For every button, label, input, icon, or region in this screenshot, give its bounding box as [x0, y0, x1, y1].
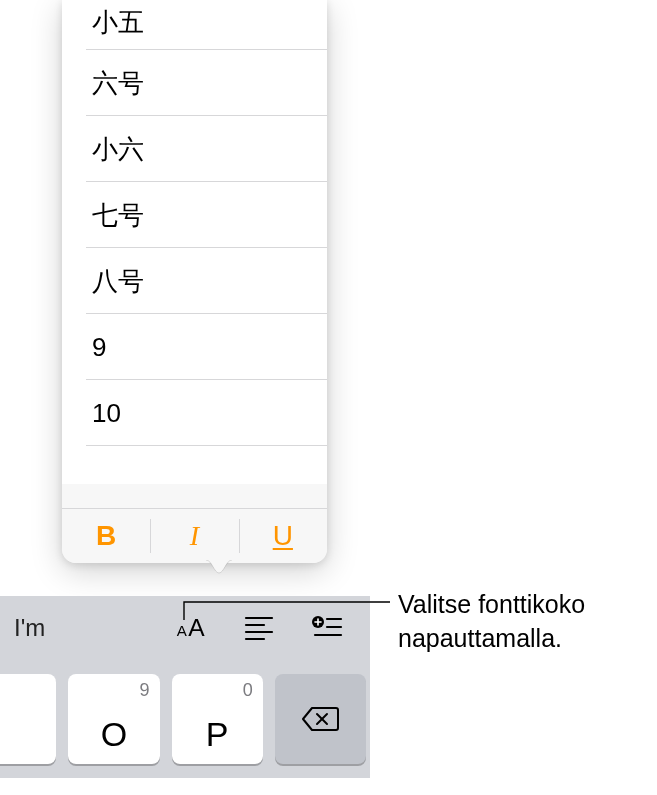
- font-size-label: 9: [92, 332, 106, 363]
- keyboard-toolbar: I'm A A: [0, 596, 370, 660]
- font-size-list[interactable]: 小五 六号 小六 七号 八号 9 10: [62, 0, 327, 508]
- popover-tail: [206, 560, 232, 574]
- delete-icon: [300, 704, 340, 734]
- underline-button[interactable]: U: [239, 509, 327, 563]
- keyboard-key-delete[interactable]: [275, 674, 366, 764]
- font-size-option[interactable]: [62, 446, 327, 484]
- callout-line1: Valitse fonttikoko: [398, 588, 585, 622]
- font-size-label: 六号: [92, 66, 144, 101]
- keyboard-keys-row: 9 O 0 P: [0, 660, 370, 778]
- font-size-label: 小六: [92, 132, 144, 167]
- font-size-option[interactable]: 小六: [62, 116, 327, 182]
- key-alt-label: 9: [140, 680, 150, 701]
- key-alt-label: 0: [243, 680, 253, 701]
- list-plus-icon: [311, 615, 343, 641]
- svg-text:A: A: [177, 623, 188, 640]
- font-size-popover: 小五 六号 小六 七号 八号 9 10 B I U: [62, 0, 327, 563]
- keyboard-key[interactable]: [0, 674, 56, 764]
- font-size-option[interactable]: 小五: [62, 0, 327, 50]
- text-style-bar: B I U: [62, 508, 327, 563]
- font-size-label: 八号: [92, 264, 144, 299]
- keyboard-key-o[interactable]: 9 O: [68, 674, 159, 764]
- bold-icon: B: [96, 520, 116, 552]
- font-size-option[interactable]: 八号: [62, 248, 327, 314]
- font-size-button[interactable]: A A: [174, 611, 208, 645]
- font-size-label: 小五: [92, 5, 144, 40]
- key-main-label: O: [101, 715, 127, 754]
- callout-line2: napauttamalla.: [398, 622, 585, 656]
- underline-icon: U: [273, 520, 293, 552]
- keyboard-key-p[interactable]: 0 P: [172, 674, 263, 764]
- font-size-label: 10: [92, 398, 121, 429]
- font-size-option[interactable]: 六号: [62, 50, 327, 116]
- text-suggestion[interactable]: I'm: [8, 614, 78, 642]
- key-main-label: P: [206, 715, 229, 754]
- font-size-option[interactable]: 七号: [62, 182, 327, 248]
- align-icon: [244, 615, 274, 641]
- font-size-option[interactable]: 9: [62, 314, 327, 380]
- italic-icon: I: [190, 520, 199, 552]
- font-size-icon: A A: [174, 613, 208, 643]
- bold-button[interactable]: B: [62, 509, 150, 563]
- font-size-label: 七号: [92, 198, 144, 233]
- callout-text: Valitse fonttikoko napauttamalla.: [398, 588, 585, 656]
- svg-text:A: A: [188, 615, 205, 642]
- font-size-option[interactable]: 10: [62, 380, 327, 446]
- list-insert-button[interactable]: [310, 611, 344, 645]
- alignment-button[interactable]: [242, 611, 276, 645]
- italic-button[interactable]: I: [150, 509, 238, 563]
